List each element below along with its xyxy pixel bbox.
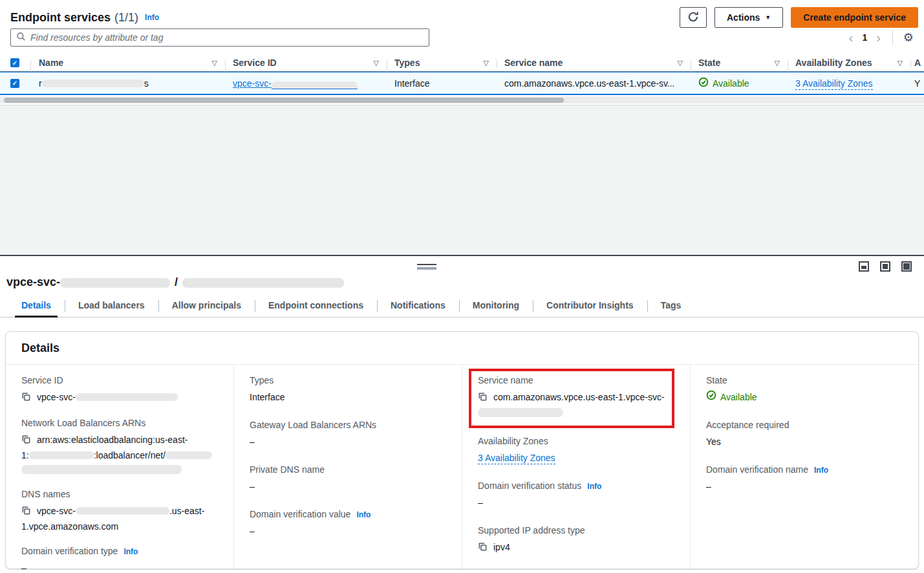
copy-icon[interactable] xyxy=(21,391,31,405)
state-text: Available xyxy=(713,78,749,89)
field-private-dns-name: Private DNS name – xyxy=(250,464,446,493)
preferences-gear-icon[interactable]: ⚙ xyxy=(903,32,914,43)
state-text: Available xyxy=(720,390,757,404)
horizontal-scrollbar-thumb[interactable] xyxy=(4,98,564,103)
tab-contributor-insights[interactable]: Contributor Insights xyxy=(533,295,647,317)
page-title: Endpoint services xyxy=(10,11,111,25)
row-acceptance-cell: Y xyxy=(910,78,924,89)
details-column-3: Service name com.amazonaws.vpce.us-east-… xyxy=(462,365,690,568)
tab-notifications[interactable]: Notifications xyxy=(377,295,459,317)
actions-label: Actions xyxy=(727,12,760,23)
divider xyxy=(892,30,893,45)
tab-endpoint-connections[interactable]: Endpoint connections xyxy=(255,295,377,317)
field-service-name: Service name com.amazonaws.vpce.us-east-… xyxy=(478,375,668,420)
current-page: 1 xyxy=(862,32,867,43)
detail-tabs: Details Load balancers Allow principals … xyxy=(0,295,924,318)
select-all-checkbox-cell: ✓ xyxy=(0,58,31,67)
details-card: Details Service ID vpce-svc- Network Loa… xyxy=(5,331,919,569)
redacted-text xyxy=(76,507,169,515)
create-endpoint-service-button[interactable]: Create endpoint service xyxy=(791,7,918,28)
row-service-id-cell: vpce-svc- xyxy=(225,78,387,89)
table-row[interactable]: ✓ rs vpce-svc- Interface com.amazonaws.v… xyxy=(0,72,924,95)
caret-down-icon: ▼ xyxy=(765,14,771,21)
column-header-name[interactable]: Name ▽ xyxy=(31,58,225,68)
tab-load-balancers[interactable]: Load balancers xyxy=(65,295,158,317)
info-link[interactable]: Info xyxy=(356,510,371,519)
redacted-text xyxy=(21,465,182,474)
redacted-text[interactable] xyxy=(272,81,358,89)
copy-icon[interactable] xyxy=(478,541,488,556)
field-glb-arns: Gateway Load Balancers ARNs – xyxy=(250,420,446,449)
details-column-1: Service ID vpce-svc- Network Load Balanc… xyxy=(6,365,233,568)
sort-icon[interactable]: ▽ xyxy=(484,59,489,67)
copy-icon[interactable] xyxy=(21,505,31,519)
field-domain-verification-value: Domain verification value Info – xyxy=(250,509,446,538)
prev-page-button[interactable]: ‹ xyxy=(848,31,855,44)
next-page-button[interactable]: › xyxy=(875,31,882,44)
row-state-cell: Available xyxy=(691,77,788,89)
column-header-state[interactable]: State ▽ xyxy=(691,58,788,68)
copy-icon[interactable] xyxy=(478,391,488,405)
redacted-text xyxy=(60,278,170,288)
header-info-link[interactable]: Info xyxy=(145,13,159,22)
panel-size-large-icon[interactable] xyxy=(901,261,912,272)
redacted-text xyxy=(29,451,94,459)
search-input[interactable] xyxy=(30,32,424,43)
service-name-highlight-box: Service name com.amazonaws.vpce.us-east-… xyxy=(469,369,674,428)
refresh-button[interactable] xyxy=(680,7,707,28)
availability-zones-popover-link[interactable]: 3 Availability Zones xyxy=(478,453,555,464)
sort-icon[interactable]: ▽ xyxy=(897,59,903,67)
field-service-id: Service ID vpce-svc- xyxy=(21,375,218,405)
pagination: ‹ 1 › ⚙ xyxy=(848,28,914,47)
split-panel: vpce-svc-/ Details Load balancers Allow … xyxy=(0,255,924,573)
row-service-name-cell: com.amazonaws.vpce.us-east-1.vpce-sv... xyxy=(497,78,691,89)
redacted-text xyxy=(182,278,344,288)
select-all-checkbox[interactable]: ✓ xyxy=(10,58,19,67)
horizontal-scrollbar-track[interactable] xyxy=(0,96,924,103)
field-availability-zones: Availability Zones 3 Availability Zones xyxy=(478,436,674,465)
refresh-icon xyxy=(687,11,699,25)
sort-icon[interactable]: ▽ xyxy=(775,59,780,67)
sort-icon[interactable]: ▽ xyxy=(374,59,379,67)
details-column-4: State Available Acceptance xyxy=(690,365,918,568)
details-card-body: Service ID vpce-svc- Network Load Balanc… xyxy=(6,365,918,568)
split-panel-drag-handle[interactable] xyxy=(417,264,436,270)
sort-icon[interactable]: ▽ xyxy=(678,59,683,67)
redacted-text xyxy=(478,408,563,417)
endpoint-services-table: ✓ Name ▽ Service ID ▽ Types ▽ Service na… xyxy=(0,54,924,95)
selection-count: (1/1) xyxy=(114,11,138,25)
list-header: Endpoint services (1/1) Info Actions ▼ C… xyxy=(10,6,918,28)
availability-zones-popover-link[interactable]: 3 Availability Zones xyxy=(795,78,873,90)
info-link[interactable]: Info xyxy=(124,547,138,556)
endpoint-services-list-panel: Endpoint services (1/1) Info Actions ▼ C… xyxy=(0,0,924,105)
actions-dropdown-button[interactable]: Actions ▼ xyxy=(714,7,783,28)
resource-filter[interactable] xyxy=(10,28,429,47)
field-domain-verification-type: Domain verification type Info – xyxy=(21,546,218,573)
row-checkbox[interactable]: ✓ xyxy=(10,79,19,88)
split-panel-size-controls xyxy=(859,261,912,272)
service-id-link[interactable]: vpce-svc- xyxy=(233,78,272,89)
row-types-cell: Interface xyxy=(387,78,497,89)
column-header-service-id[interactable]: Service ID ▽ xyxy=(225,58,387,68)
sort-icon[interactable]: ▽ xyxy=(212,59,217,67)
info-link[interactable]: Info xyxy=(814,466,828,475)
column-header-acceptance-partial[interactable]: A xyxy=(910,58,924,68)
details-heading: Details xyxy=(21,341,59,355)
field-dns-names: DNS names vpce-svc-.us-east- 1.vpce.amaz… xyxy=(21,489,218,534)
tab-monitoring[interactable]: Monitoring xyxy=(459,295,533,317)
field-supported-ip-type: Supported IP address type ipv4 xyxy=(478,525,674,556)
field-state: State Available xyxy=(706,375,903,404)
column-header-types[interactable]: Types ▽ xyxy=(387,58,497,68)
panel-size-small-icon[interactable] xyxy=(859,261,869,272)
tab-details[interactable]: Details xyxy=(8,295,65,317)
copy-icon[interactable] xyxy=(21,434,31,448)
column-header-service-name[interactable]: Service name ▽ xyxy=(497,58,691,68)
tab-tags[interactable]: Tags xyxy=(647,295,695,317)
info-link[interactable]: Info xyxy=(587,482,601,491)
column-header-availability-zones[interactable]: Availability Zones ▽ xyxy=(788,58,910,68)
tab-allow-principals[interactable]: Allow principals xyxy=(158,295,255,317)
details-column-2: Types Interface Gateway Load Balancers A… xyxy=(233,365,462,568)
field-domain-verification-status: Domain verification status Info – xyxy=(478,481,674,510)
panel-size-medium-icon[interactable] xyxy=(880,261,890,272)
header-actions: Actions ▼ Create endpoint service xyxy=(680,7,918,28)
